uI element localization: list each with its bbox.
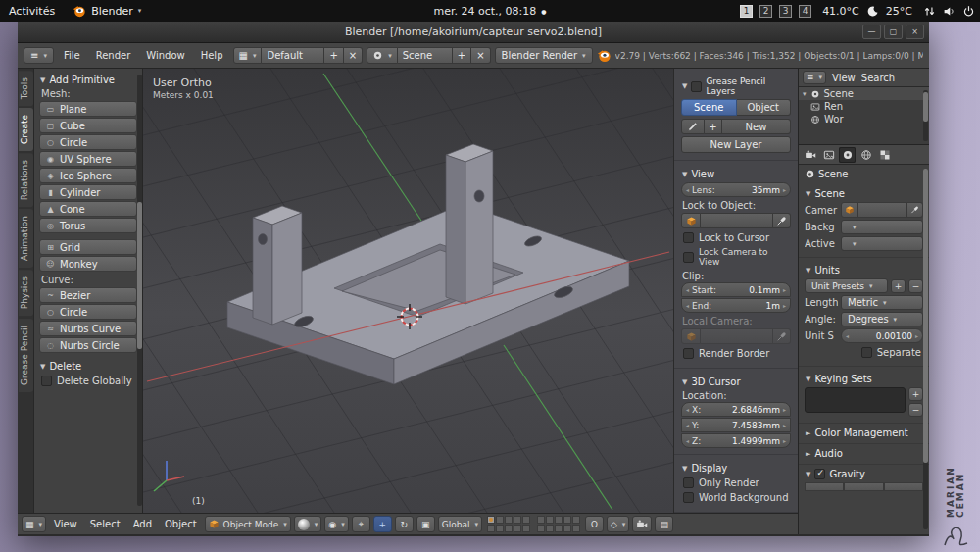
- lock-camera-row[interactable]: Lock Camera to View: [683, 247, 789, 267]
- eyedropper-icon[interactable]: [773, 213, 791, 228]
- power-icon[interactable]: [962, 5, 975, 18]
- editor-type-button[interactable]: ≡: [24, 47, 54, 64]
- keying-sets-panel-header[interactable]: Keying Sets: [806, 374, 922, 384]
- add-scene-button[interactable]: +: [453, 47, 471, 64]
- outliner-item-renderlayers[interactable]: Ren: [799, 100, 929, 113]
- angle-select[interactable]: Degrees: [841, 312, 923, 326]
- unit-presets-select[interactable]: Unit Presets: [805, 278, 888, 293]
- layer-toggle[interactable]: [537, 525, 545, 532]
- pivot-point-button[interactable]: ◉: [324, 516, 348, 532]
- gravity-fields-clipped[interactable]: [805, 482, 923, 491]
- scene-browse-button[interactable]: [367, 47, 398, 64]
- cursor-z-field[interactable]: Z:1.4999mm: [681, 433, 791, 448]
- add-curve-circle-button[interactable]: ○Circle: [39, 304, 137, 320]
- tool-shelf-scrollbar[interactable]: [137, 75, 142, 506]
- active-clip-select[interactable]: [841, 236, 923, 251]
- viewport-editor-type-button[interactable]: ▦: [22, 516, 46, 532]
- 3d-viewport[interactable]: User Ortho Meters x 0.01 (1) Grease Penc…: [143, 69, 798, 513]
- layer-toggle[interactable]: [564, 525, 571, 532]
- viewport-menu-object[interactable]: Object: [160, 519, 202, 529]
- screen-layout-name[interactable]: Default: [262, 47, 324, 64]
- add-circle-button[interactable]: ○Circle: [39, 134, 137, 150]
- outliner-item-scene[interactable]: ▾ Scene: [799, 87, 929, 100]
- view-panel-header[interactable]: View: [682, 169, 790, 179]
- camera-field[interactable]: [841, 202, 923, 218]
- scene-tab[interactable]: [839, 147, 856, 163]
- render-layers-tab[interactable]: [820, 147, 837, 163]
- workspace-indicator-3[interactable]: 3: [779, 5, 792, 18]
- tab-relations[interactable]: Relations: [19, 153, 33, 207]
- separate-units-checkbox[interactable]: [861, 347, 872, 358]
- layer-toggle[interactable]: [505, 516, 513, 524]
- color-management-panel-header[interactable]: Color Management: [806, 427, 922, 438]
- render-border-checkbox[interactable]: [683, 348, 694, 359]
- menu-render[interactable]: Render: [90, 50, 137, 61]
- layer-toggle[interactable]: [522, 516, 530, 524]
- viewport-menu-view[interactable]: View: [49, 519, 82, 529]
- layer-toggle[interactable]: [514, 525, 521, 532]
- 3d-cursor-panel-header[interactable]: 3D Cursor: [682, 376, 790, 387]
- add-primitive-panel-header[interactable]: Add Primitive: [40, 75, 136, 85]
- volume-icon[interactable]: [943, 5, 956, 18]
- render-border-row[interactable]: Render Border: [683, 348, 789, 359]
- window-title-bar[interactable]: Blender [/home/akoirium/capteur servo2.b…: [18, 22, 929, 43]
- world-background-row[interactable]: World Background: [683, 492, 789, 503]
- layers-group-2[interactable]: [537, 516, 580, 532]
- add-cylinder-button[interactable]: ▮Cylinder: [39, 184, 137, 200]
- add-cone-button[interactable]: ▲Cone: [39, 201, 137, 217]
- clip-start-field[interactable]: Start:0.1mm: [681, 282, 791, 297]
- transform-orientation-select[interactable]: Global: [438, 516, 482, 532]
- opengl-render-anim-button[interactable]: ▤: [655, 516, 673, 532]
- remove-keying-set-button[interactable]: −: [908, 403, 923, 417]
- world-background-checkbox[interactable]: [683, 492, 694, 503]
- tab-grease-pencil[interactable]: Grease Pencil: [19, 319, 33, 392]
- tab-physics[interactable]: Physics: [19, 270, 33, 316]
- gp-tab-scene[interactable]: Scene: [681, 99, 737, 116]
- minimize-button[interactable]: —: [862, 25, 881, 39]
- add-nurbs-curve-button[interactable]: ≈Nurbs Curve: [39, 321, 137, 336]
- add-ico-sphere-button[interactable]: ◈Ico Sphere: [39, 168, 137, 183]
- manipulator-cursor-button[interactable]: ⌖: [352, 516, 370, 532]
- outliner-item-world[interactable]: Wor: [799, 113, 929, 125]
- activities-button[interactable]: Activités: [0, 0, 64, 22]
- tab-create[interactable]: Create: [19, 108, 33, 151]
- manipulator-rotate-button[interactable]: ↻: [395, 516, 414, 532]
- clip-end-field[interactable]: End:1m: [681, 298, 791, 313]
- app-menu[interactable]: Blender▾: [64, 0, 150, 22]
- layer-toggle[interactable]: [496, 525, 504, 532]
- remove-preset-button[interactable]: −: [908, 279, 923, 293]
- add-cube-button[interactable]: ▢Cube: [39, 118, 137, 133]
- properties-scrollbar[interactable]: [923, 169, 928, 529]
- add-nurbs-circle-button[interactable]: ◌Nurbs Circle: [39, 337, 137, 353]
- render-tab[interactable]: [802, 147, 818, 163]
- viewport-menu-add[interactable]: Add: [128, 519, 157, 529]
- delete-scene-button[interactable]: ×: [471, 47, 490, 64]
- eyedropper-icon[interactable]: [907, 202, 923, 218]
- gravity-checkbox[interactable]: [814, 469, 825, 479]
- add-grid-button[interactable]: ⊞Grid: [39, 239, 137, 255]
- gravity-panel-header[interactable]: Gravity: [806, 469, 922, 479]
- add-keying-set-button[interactable]: +: [908, 387, 923, 401]
- delete-globally-checkbox-row[interactable]: Delete Globally: [41, 376, 135, 386]
- outliner-menu-view[interactable]: View: [832, 73, 856, 83]
- manipulator-translate-button[interactable]: +: [373, 516, 392, 532]
- viewport-menu-select[interactable]: Select: [85, 519, 125, 529]
- lock-camera-checkbox[interactable]: [683, 252, 694, 263]
- gp-color-button[interactable]: [681, 119, 705, 134]
- gp-tab-object[interactable]: Object: [737, 99, 792, 116]
- workspace-indicator-4[interactable]: 4: [799, 5, 811, 18]
- layer-toggle[interactable]: [546, 525, 554, 532]
- workspace-indicator-2[interactable]: 2: [760, 5, 772, 18]
- delete-globally-checkbox[interactable]: [41, 376, 52, 386]
- delete-panel-header[interactable]: Delete: [40, 361, 136, 372]
- layer-toggle[interactable]: [496, 516, 504, 524]
- outliner-scrollbar[interactable]: [923, 90, 928, 141]
- grease-pencil-panel-header[interactable]: Grease Pencil Layers: [682, 76, 790, 96]
- length-select[interactable]: Metric: [841, 295, 923, 310]
- add-bezier-button[interactable]: ~Bezier: [39, 287, 137, 303]
- viewport-shading-button[interactable]: [294, 516, 322, 532]
- gp-new-button[interactable]: New: [722, 119, 791, 134]
- cursor-x-field[interactable]: X:2.6846mm: [681, 402, 791, 417]
- network-icon[interactable]: [923, 5, 936, 18]
- maximize-button[interactable]: ▢: [884, 25, 903, 39]
